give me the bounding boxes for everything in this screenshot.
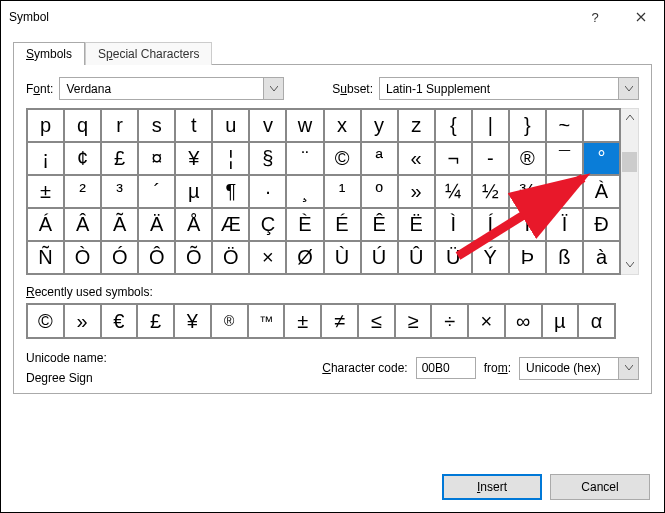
symbol-cell[interactable]: ¼ <box>435 175 472 208</box>
recent-cell[interactable]: ™ <box>248 304 285 338</box>
symbol-cell[interactable]: Ê <box>361 208 398 241</box>
recent-cell[interactable]: α <box>578 304 615 338</box>
symbol-cell[interactable]: ½ <box>472 175 509 208</box>
symbol-cell[interactable]: º <box>361 175 398 208</box>
symbol-cell[interactable]: À <box>583 175 620 208</box>
symbol-cell[interactable]: Í <box>472 208 509 241</box>
symbol-cell[interactable]: · <box>249 175 286 208</box>
symbol-cell[interactable]: Ì <box>435 208 472 241</box>
recent-grid[interactable]: ©»€£¥®™±≠≤≥÷×∞µα <box>26 303 616 339</box>
symbol-cell[interactable]: ¤ <box>138 142 175 175</box>
scroll-down-icon[interactable] <box>621 256 638 274</box>
symbol-cell[interactable]: Á <box>27 208 64 241</box>
scroll-thumb[interactable] <box>622 152 637 172</box>
symbol-cell[interactable]: ³ <box>101 175 138 208</box>
recent-cell[interactable]: ≤ <box>358 304 395 338</box>
chevron-down-icon[interactable] <box>263 78 283 99</box>
cancel-button[interactable]: Cancel <box>550 474 650 500</box>
help-button[interactable]: ? <box>572 1 618 33</box>
symbol-grid[interactable]: pqrstuvwxyz{|}~¡¢£¤¥¦§¨©ª«¬-®¯°±²³´µ¶·¸¹… <box>26 108 621 275</box>
symbol-cell[interactable]: Û <box>398 241 435 274</box>
symbol-cell[interactable]: Ã <box>101 208 138 241</box>
symbol-cell[interactable]: Æ <box>212 208 249 241</box>
symbol-cell[interactable]: ¶ <box>212 175 249 208</box>
symbol-cell[interactable]: à <box>583 241 620 274</box>
chevron-down-icon[interactable] <box>618 78 638 99</box>
symbol-cell[interactable]: ´ <box>138 175 175 208</box>
symbol-cell[interactable]: ² <box>64 175 101 208</box>
recent-cell[interactable]: ∞ <box>505 304 542 338</box>
symbol-cell[interactable]: | <box>472 109 509 142</box>
recent-cell[interactable]: ¥ <box>174 304 211 338</box>
symbol-cell[interactable]: w <box>286 109 323 142</box>
symbol-cell[interactable]: Ý <box>472 241 509 274</box>
symbol-cell[interactable]: Ð <box>583 208 620 241</box>
symbol-cell[interactable]: z <box>398 109 435 142</box>
scrollbar[interactable] <box>621 108 639 275</box>
symbol-cell[interactable]: Ø <box>286 241 323 274</box>
symbol-cell[interactable]: Å <box>175 208 212 241</box>
recent-cell[interactable]: ® <box>211 304 248 338</box>
symbol-cell[interactable]: « <box>398 142 435 175</box>
symbol-cell[interactable]: ¦ <box>212 142 249 175</box>
symbol-cell[interactable]: ¢ <box>64 142 101 175</box>
symbol-cell[interactable]: r <box>101 109 138 142</box>
symbol-cell[interactable]: Ò <box>64 241 101 274</box>
symbol-cell[interactable]: § <box>249 142 286 175</box>
recent-cell[interactable]: © <box>27 304 64 338</box>
symbol-cell[interactable]: © <box>324 142 361 175</box>
close-button[interactable] <box>618 1 664 33</box>
recent-cell[interactable]: £ <box>137 304 174 338</box>
symbol-cell[interactable]: ¥ <box>175 142 212 175</box>
symbol-cell[interactable]: ß <box>546 241 583 274</box>
symbol-cell[interactable]: { <box>435 109 472 142</box>
symbol-cell[interactable]: ° <box>583 142 620 175</box>
tab-special-characters[interactable]: Special Characters <box>85 42 212 65</box>
symbol-cell[interactable]: ¾ <box>509 175 546 208</box>
insert-button[interactable]: Insert <box>442 474 542 500</box>
symbol-cell[interactable]: Ü <box>435 241 472 274</box>
symbol-cell[interactable]: Ô <box>138 241 175 274</box>
tab-symbols[interactable]: Symbols <box>13 42 85 65</box>
symbol-cell[interactable]: Â <box>64 208 101 241</box>
symbol-cell[interactable]: £ <box>101 142 138 175</box>
symbol-cell[interactable]: µ <box>175 175 212 208</box>
recent-cell[interactable]: ± <box>284 304 321 338</box>
recent-cell[interactable]: ≠ <box>321 304 358 338</box>
recent-cell[interactable]: ÷ <box>431 304 468 338</box>
symbol-cell[interactable]: ¨ <box>286 142 323 175</box>
symbol-cell[interactable]: ± <box>27 175 64 208</box>
symbol-cell[interactable]: ~ <box>546 109 583 142</box>
recent-cell[interactable]: ≥ <box>395 304 432 338</box>
scroll-up-icon[interactable] <box>621 109 638 127</box>
symbol-cell[interactable]: Ä <box>138 208 175 241</box>
symbol-cell[interactable]: q <box>64 109 101 142</box>
symbol-cell[interactable]: ® <box>509 142 546 175</box>
symbol-cell[interactable]: y <box>361 109 398 142</box>
symbol-cell[interactable]: È <box>286 208 323 241</box>
recent-cell[interactable]: µ <box>542 304 579 338</box>
symbol-cell[interactable]: Õ <box>175 241 212 274</box>
symbol-cell[interactable]: Ú <box>361 241 398 274</box>
symbol-cell[interactable]: s <box>138 109 175 142</box>
symbol-cell[interactable]: × <box>249 241 286 274</box>
symbol-cell[interactable]: Ñ <box>27 241 64 274</box>
symbol-cell[interactable]: } <box>509 109 546 142</box>
symbol-cell[interactable]: Ë <box>398 208 435 241</box>
symbol-cell[interactable]: p <box>27 109 64 142</box>
symbol-cell[interactable]: ¸ <box>286 175 323 208</box>
symbol-cell[interactable]: » <box>398 175 435 208</box>
scroll-track[interactable] <box>621 127 638 256</box>
symbol-cell[interactable]: ¯ <box>546 142 583 175</box>
recent-cell[interactable]: × <box>468 304 505 338</box>
symbol-cell[interactable]: Ï <box>546 208 583 241</box>
symbol-cell[interactable]: ¿ <box>546 175 583 208</box>
symbol-cell[interactable]: Ö <box>212 241 249 274</box>
charcode-input[interactable] <box>416 357 476 379</box>
recent-cell[interactable]: » <box>64 304 101 338</box>
symbol-cell[interactable]: Ç <box>249 208 286 241</box>
symbol-cell[interactable] <box>583 109 620 142</box>
symbol-cell[interactable]: - <box>472 142 509 175</box>
symbol-cell[interactable]: ¡ <box>27 142 64 175</box>
symbol-cell[interactable]: x <box>324 109 361 142</box>
